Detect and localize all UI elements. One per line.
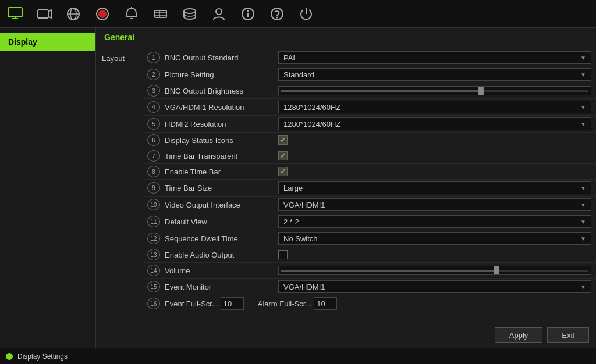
slider-2[interactable]	[278, 86, 591, 95]
chevron-down-icon: ▼	[580, 185, 586, 191]
network-icon[interactable]	[64, 5, 83, 23]
row-number-13: 13	[147, 249, 160, 260]
row-control-2	[278, 86, 591, 95]
status-text: Display Settings	[17, 352, 68, 361]
status-dot	[6, 353, 13, 360]
dropdown-11[interactable]: No Switch ▼	[278, 232, 591, 245]
settings-area: Layout 1 BNC Output Standard PAL ▼ 2 Pic…	[96, 47, 596, 323]
alarm-icon[interactable]	[122, 5, 141, 23]
chevron-down-icon: ▼	[580, 121, 586, 127]
table-row: 5 HDMI2 Resolution 1280*1024/60HZ ▼	[143, 116, 596, 133]
slider-track-13	[281, 270, 588, 272]
sidebar-item-display[interactable]: Display	[0, 33, 95, 51]
main-area: Display General Layout 1 BNC Output Stan…	[0, 28, 596, 348]
chevron-down-icon: ▼	[580, 104, 586, 110]
table-row: 3 BNC Output Brightness	[143, 83, 596, 99]
event-full-input[interactable]	[221, 297, 244, 310]
dropdown-1[interactable]: Standard ▼	[278, 68, 591, 81]
dropdown-value-11: No Switch	[283, 234, 318, 243]
row-number-2: 2	[147, 69, 160, 80]
chevron-down-icon: ▼	[580, 72, 586, 78]
dropdown-8[interactable]: Large ▼	[278, 181, 591, 194]
settings-rows: 1 BNC Output Standard PAL ▼ 2 Picture Se…	[143, 49, 596, 312]
slider-fill-2	[281, 90, 481, 92]
dropdown-value-1: Standard	[283, 70, 314, 79]
table-row: 4 VGA/HDMI1 Resolution 1280*1024/60HZ ▼	[143, 99, 596, 116]
row-number-10: 10	[147, 199, 160, 210]
row-label-8: Time Bar Size	[165, 184, 278, 192]
row-label-10: Default View	[165, 217, 278, 226]
dropdown-14[interactable]: VGA/HDMI1 ▼	[278, 280, 591, 293]
table-row: 16 Event Full-Scr... Alarm Full-Scr...	[143, 295, 596, 312]
row-label-4: HDMI2 Resolution	[165, 120, 278, 129]
alarm-full-input[interactable]	[314, 297, 337, 310]
record-icon[interactable]	[93, 5, 112, 23]
table-row: 8 Enable Time Bar	[143, 164, 596, 180]
svg-point-20	[247, 10, 249, 12]
exit-button[interactable]: Exit	[547, 327, 589, 343]
slider-track-2	[281, 90, 588, 92]
dropdown-value-4: 1280*1024/60HZ	[283, 120, 340, 129]
dropdown-value-9: VGA/HDMI1	[283, 201, 325, 209]
svg-rect-12	[155, 10, 166, 17]
row-control-9: VGA/HDMI1 ▼	[278, 198, 591, 211]
svg-point-16	[184, 9, 196, 13]
top-nav	[0, 0, 596, 28]
row-number-4: 4	[147, 101, 160, 113]
event-full-label: Event Full-Scr...	[165, 299, 218, 308]
row-label-12: Enable Audio Output	[165, 251, 278, 259]
table-row: 15 Event Monitor VGA/HDMI1 ▼	[143, 279, 596, 295]
row-number-8: 8	[147, 166, 160, 177]
info-icon[interactable]	[239, 5, 257, 23]
checkbox-6[interactable]	[278, 151, 288, 160]
dropdown-value-14: VGA/HDMI1	[283, 283, 325, 291]
svg-marker-4	[48, 10, 51, 18]
svg-point-22	[276, 16, 278, 18]
slider-13[interactable]	[278, 266, 591, 275]
slider-thumb-2[interactable]	[478, 87, 484, 95]
row-control-11: No Switch ▼	[278, 232, 591, 245]
row-control-12	[278, 250, 591, 259]
row-number-16: 16	[147, 298, 160, 309]
account-icon[interactable]	[210, 5, 228, 23]
dropdown-value-3: 1280*1024/60HZ	[283, 103, 340, 112]
tab-label: General	[104, 33, 134, 42]
svg-point-17	[216, 9, 222, 15]
event-row-inner: Event Full-Scr... Alarm Full-Scr...	[165, 297, 591, 310]
row-label-2: BNC Output Brightness	[165, 87, 278, 95]
table-row: 11 Default View 2 * 2 ▼	[143, 213, 596, 230]
row-label-0: BNC Output Standard	[165, 53, 278, 62]
table-row: 7 Time Bar Transparent	[143, 148, 596, 164]
row-label-3: VGA/HDMI1 Resolution	[165, 103, 278, 112]
row-number-1: 1	[147, 52, 160, 63]
storage-icon[interactable]	[180, 5, 199, 23]
chevron-down-icon: ▼	[580, 55, 586, 61]
help-icon[interactable]	[268, 5, 286, 23]
checkbox-7[interactable]	[278, 167, 288, 176]
dropdown-10[interactable]: 2 * 2 ▼	[278, 215, 591, 228]
row-control-4: 1280*1024/60HZ ▼	[278, 117, 591, 130]
chevron-down-icon: ▼	[580, 219, 586, 225]
camera-icon[interactable]	[35, 5, 54, 23]
monitor-icon[interactable]	[6, 5, 24, 23]
dropdown-9[interactable]: VGA/HDMI1 ▼	[278, 198, 591, 211]
dropdown-4[interactable]: 1280*1024/60HZ ▼	[278, 117, 591, 130]
checkbox-5[interactable]	[278, 135, 288, 145]
checkbox-12[interactable]	[278, 250, 288, 259]
slider-thumb-13[interactable]	[494, 266, 499, 274]
sidebar: Display	[0, 28, 96, 348]
dropdown-3[interactable]: 1280*1024/60HZ ▼	[278, 101, 591, 113]
table-row: 10 Video Output Interface VGA/HDMI1 ▼	[143, 197, 596, 213]
row-number-9: 9	[147, 182, 160, 194]
row-label-5: Display Status Icons	[165, 136, 278, 145]
power-icon[interactable]	[297, 5, 315, 23]
row-number-11: 11	[147, 216, 160, 227]
table-row: 9 Time Bar Size Large ▼	[143, 180, 596, 197]
table-row: 2 Picture Setting Standard ▼	[143, 66, 596, 83]
table-row: 13 Enable Audio Output	[143, 247, 596, 263]
row-control-3: 1280*1024/60HZ ▼	[278, 101, 591, 113]
dropdown-0[interactable]: PAL ▼	[278, 51, 591, 64]
dropdown-value-10: 2 * 2	[283, 217, 299, 226]
device-icon[interactable]	[151, 5, 170, 23]
apply-button[interactable]: Apply	[495, 327, 543, 343]
